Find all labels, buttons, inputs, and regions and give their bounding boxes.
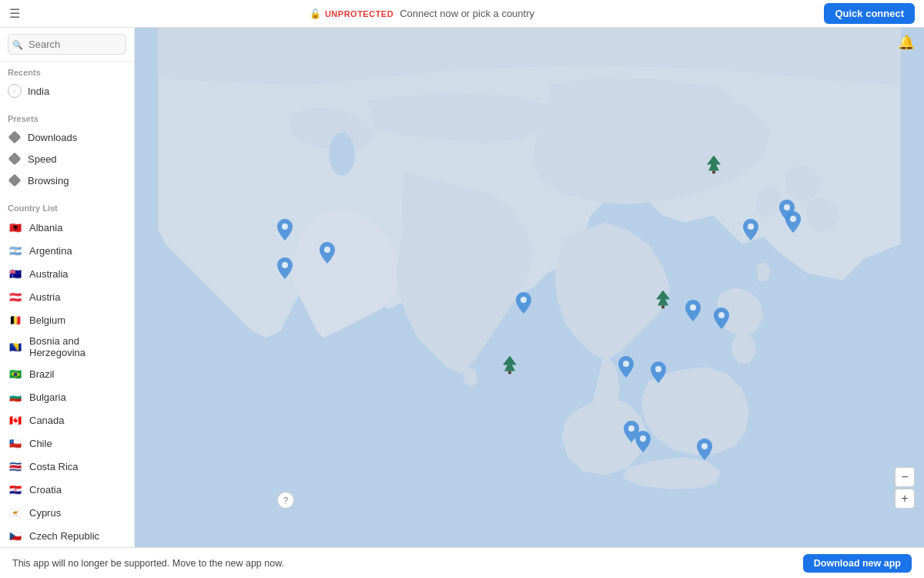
menu-icon[interactable]: ☰ — [9, 6, 20, 21]
flag-icon: 🇧🇷 — [8, 366, 23, 381]
svg-point-2 — [324, 247, 330, 253]
map-location-pin — [685, 300, 701, 324]
sidebar-item-austria[interactable]: 🇦🇹 Austria — [0, 285, 134, 308]
map-location-pin — [277, 257, 293, 282]
recent-icon: ○ — [8, 84, 22, 98]
map-location-pin — [618, 356, 634, 381]
recents-label: Recents — [0, 62, 134, 80]
presets-label: Presets — [0, 108, 134, 126]
help-button[interactable]: ? — [277, 492, 294, 509]
flag-icon: 🇨🇱 — [8, 435, 23, 451]
svg-point-5 — [521, 297, 527, 303]
sidebar-item-recent-india[interactable]: ○ India — [0, 80, 134, 102]
center-message: Connect now or pick a country — [400, 8, 534, 19]
quick-connect-button[interactable]: Quick connect — [824, 3, 915, 24]
sidebar-item-downloads[interactable]: Downloads — [0, 126, 134, 148]
map-location-pin — [697, 439, 712, 463]
topbar-center: 🔓 UNPROTECTED Connect now or pick a coun… — [310, 8, 534, 19]
bottom-bar: This app will no longer be supported. Mo… — [0, 547, 924, 578]
map-controls: − + — [895, 467, 915, 509]
flag-icon: 🇨🇷 — [8, 459, 23, 474]
country-list-label: Country List — [0, 197, 134, 216]
connection-status: 🔓 UNPROTECTED — [310, 8, 393, 19]
search-input[interactable] — [8, 34, 126, 55]
map-location-pin — [320, 242, 335, 267]
sidebar-item-czech-republic[interactable]: 🇨🇿 Czech Republic — [0, 524, 134, 547]
preset-icon-browsing — [8, 173, 22, 187]
flag-icon: 🇨🇦 — [8, 412, 23, 428]
main-area: Recents ○ India Presets Downloads Speed … — [0, 28, 924, 547]
topbar: ☰ 🔓 UNPROTECTED Connect now or pick a co… — [0, 0, 924, 28]
map-location-pin — [714, 307, 729, 332]
zoom-minus-button[interactable]: − — [895, 467, 915, 487]
sidebar-item-browsing[interactable]: Browsing — [0, 170, 134, 191]
svg-point-10 — [748, 223, 754, 230]
map-location-pin — [516, 292, 531, 317]
sidebar-item-argentina[interactable]: 🇦🇷 Argentina — [0, 239, 134, 262]
lock-icon: 🔓 — [310, 8, 322, 19]
flag-icon: 🇧🇬 — [8, 389, 23, 405]
map-svg — [135, 28, 924, 547]
svg-point-14 — [640, 435, 646, 442]
zoom-plus-button[interactable]: + — [895, 489, 915, 509]
preset-icon — [8, 130, 22, 144]
map-location-pin — [743, 219, 758, 244]
svg-point-6 — [690, 304, 696, 311]
map-location-pin — [779, 200, 795, 224]
svg-point-9 — [784, 204, 790, 210]
country-list: 🇦🇱 Albania 🇦🇷 Argentina 🇦🇺 Australia 🇦🇹 … — [0, 216, 134, 547]
svg-point-1 — [329, 133, 355, 176]
flag-icon: 🇦🇹 — [8, 289, 23, 304]
sidebar-item-cyprus[interactable]: 🇨🇾 Cyprus — [0, 501, 134, 524]
search-box — [0, 28, 134, 62]
flag-icon: 🇦🇷 — [8, 243, 23, 258]
download-new-button[interactable]: Download new app — [803, 554, 912, 573]
svg-point-15 — [701, 443, 708, 449]
sidebar: Recents ○ India Presets Downloads Speed … — [0, 28, 135, 547]
map-location-pin — [635, 431, 651, 455]
sidebar-item-albania[interactable]: 🇦🇱 Albania — [0, 216, 134, 239]
flag-icon: 🇧🇪 — [8, 312, 23, 328]
sidebar-item-bosnia-and-herzegovina[interactable]: 🇧🇦 Bosnia and Herzegovina — [0, 331, 134, 362]
sidebar-item-costa-rica[interactable]: 🇨🇷 Costa Rica — [0, 455, 134, 478]
svg-point-11 — [623, 361, 629, 367]
svg-point-13 — [628, 425, 634, 432]
flag-icon: 🇭🇷 — [8, 482, 23, 497]
map-location-pin — [277, 219, 293, 244]
search-wrapper — [8, 34, 126, 55]
sidebar-item-croatia[interactable]: 🇭🇷 Croatia — [0, 478, 134, 501]
sidebar-item-belgium[interactable]: 🇧🇪 Belgium — [0, 308, 134, 331]
notification-icon[interactable]: 🔔 — [898, 34, 915, 51]
bottom-message: This app will no longer be supported. Mo… — [12, 558, 284, 569]
svg-point-7 — [718, 312, 725, 318]
topbar-right: Quick connect — [824, 3, 915, 24]
sidebar-item-chile[interactable]: 🇨🇱 Chile — [0, 432, 134, 455]
svg-point-3 — [282, 223, 288, 230]
flag-icon: 🇨🇿 — [8, 528, 23, 543]
sidebar-item-bulgaria[interactable]: 🇧🇬 Bulgaria — [0, 385, 134, 408]
preset-icon-speed — [8, 152, 22, 166]
sidebar-item-australia[interactable]: 🇦🇺 Australia — [0, 262, 134, 285]
topbar-left: ☰ — [9, 6, 20, 21]
sidebar-item-brazil[interactable]: 🇧🇷 Brazil — [0, 362, 134, 385]
flag-icon: 🇦🇺 — [8, 266, 23, 281]
svg-point-4 — [282, 262, 288, 268]
map-location-pin — [651, 361, 666, 386]
svg-point-12 — [655, 366, 661, 372]
flag-icon: 🇨🇾 — [8, 505, 23, 520]
flag-icon: 🇧🇦 — [8, 339, 23, 355]
map-area: 🔔 ? − + — [135, 28, 924, 547]
sidebar-item-speed[interactable]: Speed — [0, 148, 134, 170]
sidebar-item-canada[interactable]: 🇨🇦 Canada — [0, 408, 134, 432]
flag-icon: 🇦🇱 — [8, 220, 23, 235]
